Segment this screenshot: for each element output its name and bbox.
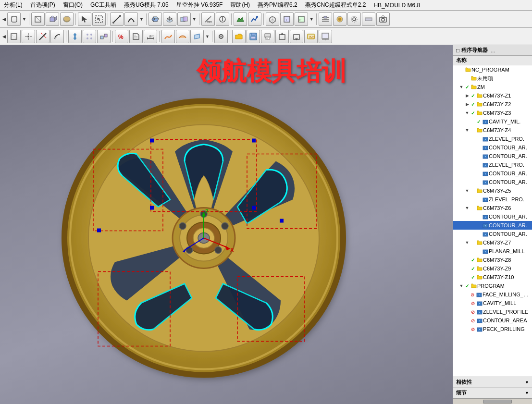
tree-toggle-icon[interactable]: ▶ (465, 93, 470, 98)
tb-undo[interactable] (7, 12, 21, 26)
tb-solid[interactable] (60, 12, 74, 26)
tb2-point[interactable] (22, 30, 35, 43)
tb-measure[interactable]: mm (201, 12, 215, 26)
tree-row[interactable]: CONTOUR_AR. (453, 221, 532, 230)
menu-analyze[interactable]: 分析(L) (2, 0, 25, 10)
tree-row[interactable]: ZLEVEL_PRO. (453, 195, 532, 204)
tb2-import[interactable] (290, 30, 303, 43)
tree-row[interactable]: CONTOUR_AR. (453, 178, 532, 186)
tree-toggle-icon[interactable]: ▼ (465, 188, 470, 193)
tree-row[interactable]: ZLEVEL_PRO. (453, 135, 532, 143)
tb2-move[interactable] (68, 30, 82, 43)
toolbar1-arr2[interactable]: ▼ (139, 17, 144, 22)
tb2-transform[interactable] (97, 30, 111, 43)
tb2-save[interactable] (247, 30, 260, 43)
tree-toggle-icon[interactable]: ▼ (465, 128, 470, 133)
toolbar2-arr1[interactable]: ▼ (205, 34, 210, 39)
tb2-offset[interactable] (50, 30, 64, 43)
tree-row[interactable]: ▼✓PROGRAM (453, 282, 532, 290)
tb-layers[interactable] (319, 12, 332, 26)
tree-row[interactable]: ZLEVEL_PRO. (453, 160, 532, 169)
tree-toggle-icon[interactable]: ▼ (459, 85, 464, 89)
tb-more[interactable] (362, 12, 375, 26)
section-details[interactable]: 细节 ▼ (453, 388, 532, 398)
tb-settings[interactable] (347, 12, 361, 26)
toolbar1-arr4[interactable]: ▼ (309, 17, 314, 22)
tb-line[interactable] (110, 12, 124, 26)
menu-window[interactable]: 窗口(O) (61, 0, 85, 10)
tb2-surface2[interactable] (176, 30, 189, 43)
tree-row[interactable]: ▼C6M73Y-Z5 (453, 186, 532, 195)
tb-cam2[interactable] (248, 12, 261, 26)
tree-row[interactable]: 未用项 (453, 74, 532, 83)
tree-toggle-icon[interactable]: ▼ (465, 110, 470, 115)
tree-row[interactable]: ▼C6M73Y-Z4 (453, 126, 532, 135)
menu-starsky[interactable]: 星空外挂 V6.935F (174, 0, 225, 10)
tb2-print[interactable] (261, 30, 274, 43)
tree-row[interactable]: ⊘FACE_MILLING_ARE (453, 290, 532, 299)
tb2-draft[interactable] (129, 30, 143, 43)
tb2-dim[interactable]: dim (144, 30, 157, 43)
tree-toggle-icon[interactable]: ▶ (465, 102, 470, 107)
tb-arc[interactable] (124, 12, 138, 26)
tree-row[interactable]: ✓CAVITY_MIL. (453, 117, 532, 126)
tb2-pattern[interactable] (83, 30, 96, 43)
tb-view-top[interactable]: T (280, 12, 294, 26)
tree-row[interactable]: ✓C6M73Y-Z10 (453, 273, 532, 282)
toolbar2-collapse-left[interactable]: ◀ (2, 34, 6, 39)
toolbar1-arr1[interactable]: ▼ (22, 17, 27, 22)
tree-row[interactable]: ⊘CONTOUR_AREA (453, 316, 532, 325)
tb-camera[interactable] (376, 12, 390, 26)
tb2-open[interactable] (232, 30, 246, 43)
tb2-surface[interactable] (161, 30, 175, 43)
tree-row[interactable]: CONTOUR_AR. (453, 152, 532, 160)
tree-row[interactable]: ▶✓C6M73Y-Z1 (453, 91, 532, 100)
tree-row[interactable]: ▼C6M73Y-Z6 (453, 204, 532, 212)
tb-cam[interactable] (234, 12, 247, 26)
tree-row[interactable]: ▼C6M73Y-Z7 (453, 238, 532, 247)
tree-row[interactable]: CONTOUR_AR. (453, 169, 532, 178)
tb-view-front[interactable]: F (295, 12, 308, 26)
tree-row[interactable]: ✓C6M73Y-Z9 (453, 264, 532, 273)
tree-row[interactable]: ⊘ZLEVEL_PROFILE (453, 307, 532, 316)
menu-yanxiu-cnc[interactable]: 燕秀CNC超级程式单2.2 (303, 0, 368, 10)
tb-view-iso[interactable] (266, 12, 279, 26)
bottom-scrollbar[interactable] (453, 398, 532, 404)
section-dependencies[interactable]: 相依性 ▼ (453, 377, 532, 388)
tb2-sketch[interactable] (7, 30, 21, 43)
tb2-import2[interactable]: IMG (304, 30, 318, 43)
tree-row[interactable]: ▶✓C6M73Y-Z2 (453, 100, 532, 109)
tb2-export[interactable] (275, 30, 289, 43)
tree-row[interactable]: ▼✓C6M73Y-Z3 (453, 109, 532, 117)
tree-toggle-icon[interactable]: ▼ (465, 240, 470, 245)
tb2-surface3[interactable] (190, 30, 204, 43)
tree-row[interactable]: ⊘CAVITY_MILL (453, 299, 532, 307)
tb2-trim[interactable] (36, 30, 49, 43)
menu-yanxiu-pm[interactable]: 燕秀PM编程6.2 (256, 0, 299, 10)
menu-help[interactable]: 帮助(H) (228, 0, 252, 10)
tb-fit[interactable] (31, 12, 45, 26)
tb2-gear[interactable] (214, 30, 228, 43)
tree-row[interactable]: CONTOUR_AR. (453, 230, 532, 238)
menu-yanxiu-ug[interactable]: 燕秀UG模具 7.05 (122, 0, 171, 10)
toolbar1-collapse-left[interactable]: ◀ (2, 17, 6, 22)
tb-boolean[interactable] (177, 12, 191, 26)
tree-row[interactable]: ⊘PECK_DRILLING (453, 325, 532, 333)
tree-row[interactable]: ✓C6M73Y-Z8 (453, 256, 532, 264)
wheel-model[interactable]: Z X (36, 84, 372, 396)
tree-row[interactable]: CONTOUR_AR. (453, 212, 532, 221)
tb-render[interactable] (333, 12, 346, 26)
menu-gc[interactable]: GC工具箱 (88, 0, 118, 10)
menu-hb-mould[interactable]: HB_MOULD M6.8 (371, 1, 422, 9)
tb2-zoom[interactable] (319, 30, 332, 43)
tb-revolve[interactable] (163, 12, 176, 26)
tb-3d-view[interactable] (46, 12, 59, 26)
tb2-symbol[interactable]: % (115, 30, 128, 43)
viewport[interactable]: 领航模具培训 (0, 45, 453, 404)
tb-extrude[interactable] (148, 12, 162, 26)
tree-row[interactable]: PLANAR_MILL (453, 247, 532, 256)
tb-select2[interactable] (92, 12, 106, 26)
tree-area[interactable]: NC_PROGRAM未用项▼✓ZM▶✓C6M73Y-Z1▶✓C6M73Y-Z2▼… (453, 65, 532, 377)
tree-row[interactable]: ▼✓ZM (453, 83, 532, 91)
tree-row[interactable]: CONTOUR_AR. (453, 143, 532, 152)
